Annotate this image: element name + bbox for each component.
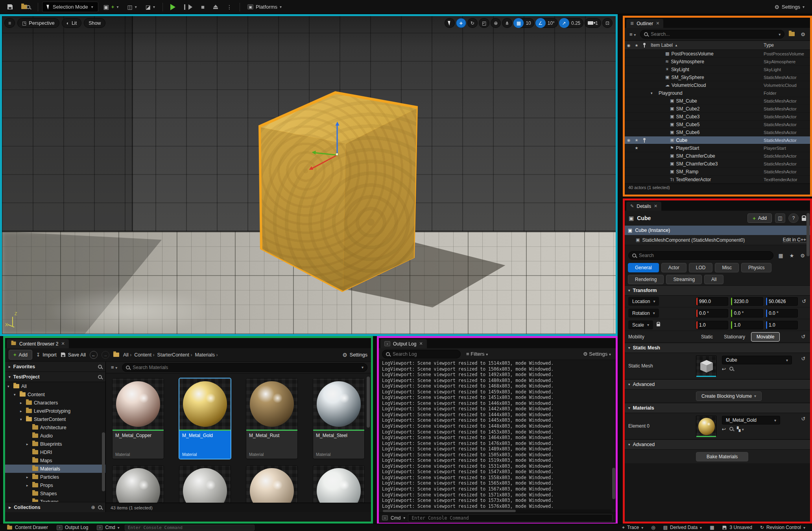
- outliner-row[interactable]: ◉ ★ Tt TextRenderActor TextRenderActor: [625, 176, 810, 184]
- search-icon[interactable]: [98, 375, 102, 379]
- favorite-column-header[interactable]: ★: [633, 43, 640, 48]
- filter-chip[interactable]: Streaming: [666, 275, 702, 284]
- reset-location-button[interactable]: ↺: [800, 298, 808, 304]
- outliner-row[interactable]: ◉ ★ ▣ Cube StaticMeshActor: [625, 136, 810, 144]
- material-asset-tile[interactable]: M_Metal_Copper Material: [112, 378, 164, 459]
- help-button[interactable]: ?: [788, 213, 799, 223]
- static-mesh-select[interactable]: Cube▾: [722, 356, 792, 364]
- material-asset-tile[interactable]: [179, 465, 231, 503]
- details-settings-button[interactable]: ⚙: [799, 253, 806, 259]
- material-asset-tile[interactable]: M_Metal_Steel Material: [313, 378, 365, 459]
- filter-chip[interactable]: Misc: [715, 263, 739, 272]
- rotation-x-input[interactable]: 0.0 °: [696, 309, 728, 318]
- close-icon[interactable]: ✕: [61, 341, 65, 346]
- outliner-row[interactable]: ◉ ★ ▣ SM_ChamferCube StaticMeshActor: [625, 152, 810, 160]
- tree-folder-item[interactable]: HDRI: [5, 448, 105, 456]
- asset-search[interactable]: ▾: [122, 363, 367, 372]
- gold-cube-actor[interactable]: [257, 89, 420, 294]
- outliner-row[interactable]: ◉ ★ ▣ SM_Ramp StaticMeshActor: [625, 168, 810, 176]
- breadcrumb-item[interactable]: Content ›: [134, 352, 154, 358]
- pin-column-header[interactable]: [640, 43, 648, 48]
- filter-chip[interactable]: Actor: [661, 263, 687, 272]
- gizmo-center-handle[interactable]: [336, 153, 338, 156]
- log-vertical-scrollbar[interactable]: [612, 468, 615, 499]
- instance-row[interactable]: ▣ Cube (Instance): [625, 226, 810, 235]
- revision-control-dropdown[interactable]: ↻Revision Control▾: [757, 525, 809, 530]
- filter-chip[interactable]: Physics: [741, 263, 771, 272]
- camera-speed-control[interactable]: 1: [585, 18, 601, 28]
- location-dropdown[interactable]: Location▾: [628, 297, 659, 306]
- settings-dropdown[interactable]: ⚙ Settings ▾: [771, 2, 808, 13]
- browse-content-button[interactable]: [18, 2, 34, 13]
- tree-folder-item[interactable]: ▸ Props: [5, 481, 105, 489]
- gizmo-x-axis[interactable]: [312, 154, 338, 169]
- filter-chip[interactable]: LOD: [689, 263, 713, 272]
- rotation-y-input[interactable]: 0.0 °: [731, 309, 763, 318]
- outliner-settings-button[interactable]: ⚙: [799, 31, 807, 37]
- tree-folder-item[interactable]: ▾ All: [5, 382, 105, 390]
- browse-to-asset-button[interactable]: [729, 426, 733, 432]
- search-icon[interactable]: [98, 505, 102, 509]
- expander-icon[interactable]: ▸: [26, 475, 30, 479]
- gizmo-z-axis[interactable]: [337, 125, 338, 155]
- component-row[interactable]: ▣ StaticMeshComponent (StaticMeshCompone…: [625, 235, 810, 245]
- blueprints-button[interactable]: ◫▾: [124, 2, 140, 13]
- mobility-stationary-button[interactable]: Stationary: [719, 332, 750, 342]
- tab-content-browser[interactable]: Content Browser 2 ✕: [7, 339, 69, 348]
- forward-button[interactable]: →: [102, 351, 109, 359]
- scale-tool-button[interactable]: ◰: [479, 18, 489, 28]
- tree-folder-item[interactable]: ▸ Characters: [5, 399, 105, 407]
- close-icon[interactable]: ✕: [654, 204, 657, 209]
- favorites-section[interactable]: ▸ Favorites: [5, 362, 105, 372]
- show-dropdown[interactable]: Show: [84, 18, 105, 28]
- breadcrumb-item[interactable]: StarterContent ›: [157, 352, 192, 358]
- log-lines[interactable]: LogViewport: Scene viewport resized to 1…: [379, 360, 616, 509]
- back-button[interactable]: ←: [90, 351, 98, 359]
- reset-static-mesh-button[interactable]: ↺: [799, 356, 808, 362]
- browse-to-asset-button[interactable]: [729, 366, 733, 372]
- world-space-button[interactable]: ⊕: [491, 18, 501, 28]
- log-settings-dropdown[interactable]: ⚙ Settings ▾: [581, 351, 613, 357]
- project-section[interactable]: ▾ TestProject: [5, 372, 105, 382]
- edit-in-cpp-link[interactable]: Edit in C++: [783, 237, 806, 243]
- play-options-button[interactable]: ⋮: [223, 2, 236, 13]
- frame-skip-button[interactable]: [181, 2, 196, 13]
- bake-materials-button[interactable]: Bake Materials: [696, 452, 748, 461]
- chevron-down-icon[interactable]: ▾: [403, 516, 405, 520]
- tree-folder-item[interactable]: Materials: [5, 465, 105, 473]
- transform-gizmo[interactable]: [301, 122, 384, 189]
- outliner-row[interactable]: ◉ ★ ▣ SM_Cube2 StaticMeshActor: [625, 105, 810, 113]
- location-z-input[interactable]: 50.0626: [766, 297, 798, 306]
- tree-folder-item[interactable]: Architecture: [5, 423, 105, 432]
- perspective-dropdown[interactable]: ◳Perspective: [17, 18, 59, 28]
- location-y-input[interactable]: 3230.0: [731, 297, 763, 306]
- close-icon[interactable]: ✕: [419, 341, 423, 346]
- grid-status-button[interactable]: ▦: [706, 525, 718, 530]
- eject-button[interactable]: [210, 2, 221, 13]
- log-filters-dropdown[interactable]: ≡ Filters ▾: [465, 351, 489, 357]
- tab-details[interactable]: ✎ Details ✕: [626, 202, 661, 211]
- rotation-z-input[interactable]: 0.0 °: [766, 309, 798, 318]
- insights-button[interactable]: ◎: [648, 525, 659, 530]
- view-mode-dropdown[interactable]: ◐Lit: [62, 18, 81, 28]
- surface-snapping-button[interactable]: ⋔: [502, 18, 512, 28]
- scale-snap-control[interactable]: ↗0.25: [559, 18, 583, 28]
- selection-mode-dropdown[interactable]: Selection Mode ▾: [42, 2, 98, 12]
- favorite-star-icon[interactable]: ★: [633, 146, 640, 150]
- filter-chip[interactable]: Rendering: [628, 275, 664, 284]
- pin-icon[interactable]: [640, 138, 648, 143]
- breadcrumb-item[interactable]: All ›: [123, 352, 131, 358]
- outliner-row[interactable]: ◉ ★ ≋ SkyAtmosphere SkyAtmosphere: [625, 58, 810, 66]
- texture-options-button[interactable]: ▚ ▾: [737, 426, 744, 432]
- outliner-row[interactable]: ◉ ★ ▩ PostProcessVolume PostProcessVolum…: [625, 50, 810, 58]
- outliner-row[interactable]: ◉ ★ ☁ VolumetricCloud VolumetricCloud: [625, 81, 810, 89]
- tree-folder-item[interactable]: ▾ Content: [5, 390, 105, 399]
- cinematics-button[interactable]: ◪▾: [142, 2, 159, 13]
- outliner-search-input[interactable]: [651, 31, 776, 37]
- filter-button[interactable]: ≡ ▾: [628, 31, 637, 37]
- item-label-column-header[interactable]: Item Label▲: [648, 42, 764, 48]
- reset-material-button[interactable]: ↺: [799, 416, 808, 422]
- new-folder-button[interactable]: [787, 31, 796, 37]
- move-tool-button[interactable]: +: [456, 18, 466, 28]
- cmd-dropdown[interactable]: › Cmd ▾: [93, 524, 123, 531]
